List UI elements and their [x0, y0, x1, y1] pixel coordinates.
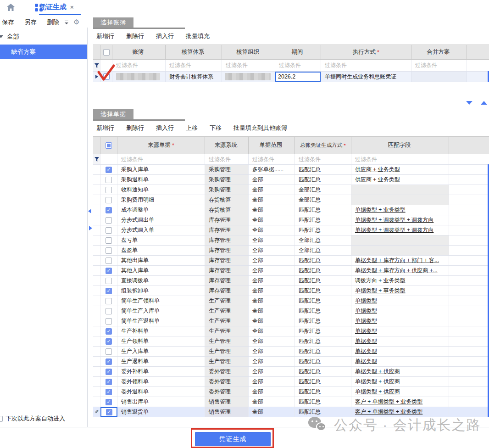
doc-cell-match-fields[interactable]: 单据类型: [351, 296, 449, 306]
doc-cell-source-system[interactable]: 生产管理: [205, 347, 249, 356]
delete-button[interactable]: 删除: [47, 18, 59, 27]
books-filter-period[interactable]: 过滤条件: [275, 60, 321, 71]
books-cell-merge-plan[interactable]: [411, 72, 467, 82]
doc-cell-doc-scope[interactable]: 多张单据......: [249, 165, 295, 174]
doc-row-checkbox[interactable]: [106, 268, 112, 274]
doc-cell-gl-mode[interactable]: 匹配汇总: [295, 377, 351, 386]
doc-cell-gl-mode[interactable]: 匹配汇总: [295, 296, 351, 306]
books-delete-row-button[interactable]: 删除行: [126, 32, 144, 40]
books-col-merge-plan[interactable]: 合并方案: [411, 45, 467, 59]
doc-cell-gl-mode[interactable]: 匹配汇总: [295, 225, 351, 235]
docs-filter-source-system[interactable]: 过滤条件: [205, 154, 249, 164]
doc-row-checkbox[interactable]: [106, 338, 112, 345]
doc-cell-match-fields[interactable]: 单据类型 + 业务类型: [351, 205, 449, 215]
save-as-button[interactable]: 另存: [24, 18, 37, 27]
doc-cell-match-fields[interactable]: 单据类型: [351, 316, 449, 326]
doc-cell-gl-mode[interactable]: 匹配汇总: [295, 276, 351, 286]
save-button[interactable]: 保存: [2, 18, 14, 27]
doc-cell-source-doc[interactable]: 采购退料单: [117, 175, 205, 185]
doc-row-checkbox[interactable]: [106, 399, 112, 405]
doc-cell-source-system[interactable]: 库存管理: [205, 276, 249, 286]
doc-cell-source-doc[interactable]: 采购入库单: [117, 165, 205, 174]
doc-cell-match-fields[interactable]: 单据类型: [351, 306, 449, 316]
splitter-collapse-left-icon[interactable]: [88, 209, 91, 213]
doc-row-checkbox[interactable]: [106, 258, 112, 264]
doc-cell-doc-scope[interactable]: 全部: [249, 235, 295, 245]
books-add-row-button[interactable]: 新增行: [96, 32, 114, 40]
doc-cell-match-fields[interactable]: 单据类型 + 调拨类型 + 调拨方向: [351, 225, 449, 235]
doc-cell-doc-scope[interactable]: 全部: [249, 377, 295, 386]
doc-cell-source-system[interactable]: 销售管理: [205, 407, 249, 417]
doc-cell-source-doc[interactable]: 成本调整单: [117, 205, 205, 215]
doc-cell-source-doc[interactable]: 生产入库单: [117, 347, 205, 356]
doc-cell-source-doc[interactable]: 生产退料单: [117, 357, 205, 366]
doc-row-checkbox[interactable]: [106, 278, 112, 284]
doc-row-checkbox[interactable]: [106, 409, 112, 415]
doc-cell-source-system[interactable]: 库存管理: [205, 256, 249, 265]
doc-cell-gl-mode[interactable]: 匹配汇总: [295, 367, 351, 376]
doc-cell-source-system[interactable]: 采购管理: [205, 175, 249, 185]
collapse-section-up-icon[interactable]: [481, 101, 487, 105]
doc-cell-gl-mode[interactable]: 匹配汇总: [295, 347, 351, 356]
filter-funnel-icon[interactable]: [94, 63, 99, 68]
period-input[interactable]: [275, 72, 321, 82]
docs-col-match-fields[interactable]: 匹配字段: [351, 137, 449, 154]
doc-cell-match-fields[interactable]: 供应商 + 业务类型: [351, 165, 449, 174]
docs-filter-gl-mode[interactable]: 过滤条件: [295, 154, 351, 164]
doc-cell-doc-scope[interactable]: 全部: [249, 397, 295, 407]
doc-cell-gl-mode[interactable]: 匹配汇总: [295, 175, 351, 185]
tab-voucher-generation[interactable]: 凭证生成 ×: [39, 0, 74, 14]
books-filter-exec-mode[interactable]: 过滤条件: [321, 60, 411, 71]
doc-cell-doc-scope[interactable]: 全部: [249, 225, 295, 235]
doc-cell-source-doc[interactable]: 其他入库单: [117, 266, 205, 275]
doc-cell-gl-mode[interactable]: 匹配汇总: [295, 407, 351, 417]
doc-cell-source-system[interactable]: 生产管理: [205, 326, 249, 336]
doc-cell-gl-mode[interactable]: 匹配汇总: [295, 306, 351, 316]
doc-cell-doc-scope[interactable]: 全部: [249, 286, 295, 296]
doc-cell-match-fields[interactable]: 单据类型: [351, 336, 449, 346]
doc-cell-doc-scope[interactable]: 全部: [249, 256, 295, 265]
tab-close-icon[interactable]: ×: [70, 4, 74, 11]
doc-row-checkbox[interactable]: [106, 207, 112, 213]
doc-cell-doc-scope[interactable]: 全部: [249, 175, 295, 185]
books-cell-accounting-org[interactable]: [222, 72, 275, 82]
docs-move-down-button[interactable]: 下移: [210, 124, 222, 132]
doc-cell-source-doc[interactable]: 销售退货单: [117, 407, 205, 417]
doc-cell-gl-mode[interactable]: 全部汇总: [295, 195, 351, 205]
books-col-exec-mode[interactable]: 执行方式*: [321, 45, 411, 59]
doc-row-checkbox[interactable]: [106, 358, 112, 365]
doc-cell-source-system[interactable]: 库存管理: [205, 225, 249, 235]
doc-cell-source-doc[interactable]: 直接调拨单: [117, 276, 205, 286]
doc-cell-source-doc[interactable]: 生产补料单: [117, 326, 205, 336]
doc-cell-source-system[interactable]: 存货核算: [205, 195, 249, 205]
doc-cell-doc-scope[interactable]: 全部: [249, 316, 295, 326]
doc-cell-source-system[interactable]: 库存管理: [205, 235, 249, 245]
doc-cell-source-system[interactable]: 库存管理: [205, 215, 249, 225]
doc-cell-source-doc[interactable]: 组装拆卸单: [117, 286, 205, 296]
doc-cell-source-doc[interactable]: 分步式调出单: [117, 215, 205, 225]
doc-cell-source-doc[interactable]: 分步式调入单: [117, 225, 205, 235]
books-col-accounting-system[interactable]: 核算体系: [166, 45, 222, 59]
doc-cell-doc-scope[interactable]: 全部: [249, 326, 295, 336]
doc-cell-match-fields[interactable]: 单据类型 + 供应商: [351, 377, 449, 386]
doc-cell-source-doc[interactable]: 委外补料单: [117, 367, 205, 376]
books-col-period[interactable]: 期间: [275, 45, 321, 59]
collapse-section-down-icon[interactable]: [466, 101, 472, 105]
doc-cell-source-system[interactable]: 生产管理: [205, 306, 249, 316]
doc-cell-doc-scope[interactable]: 全部: [249, 336, 295, 346]
doc-cell-doc-scope[interactable]: 全部: [249, 205, 295, 215]
docs-col-doc-scope[interactable]: 单据范围: [249, 137, 295, 154]
doc-cell-match-fields[interactable]: 客户 + 单据类型 + 业务类型: [351, 407, 449, 417]
doc-row-checkbox[interactable]: [106, 187, 112, 193]
doc-cell-source-system[interactable]: 委外管理: [205, 387, 249, 397]
gear-icon[interactable]: ⚙: [73, 18, 79, 26]
docs-select-all-checkbox[interactable]: [106, 142, 112, 149]
doc-cell-doc-scope[interactable]: 全部: [249, 195, 295, 205]
generate-voucher-button[interactable]: 凭证生成: [195, 432, 271, 446]
doc-cell-source-doc[interactable]: 销售出库单: [117, 397, 205, 407]
doc-cell-gl-mode[interactable]: 匹配汇总: [295, 215, 351, 225]
doc-cell-doc-scope[interactable]: 全部: [249, 367, 295, 376]
doc-cell-match-fields[interactable]: 供应商 + 业务类型: [351, 175, 449, 185]
docs-filter-doc-scope[interactable]: 过滤条件: [249, 154, 295, 164]
doc-row-checkbox[interactable]: [106, 379, 112, 385]
